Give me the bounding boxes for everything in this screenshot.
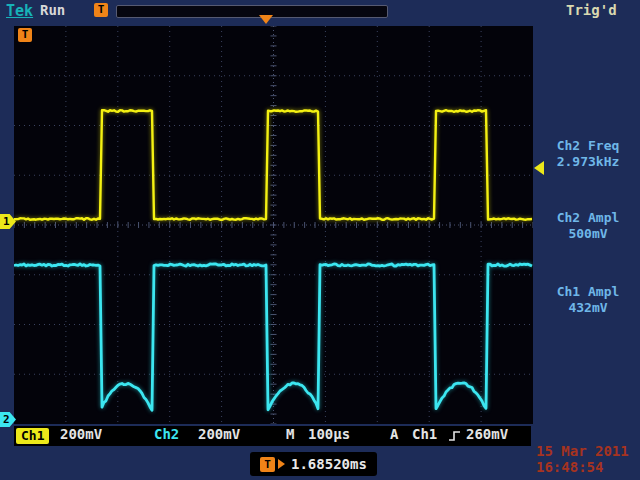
measurement-label: Ch1 Ampl: [538, 284, 638, 300]
rising-edge-icon: [448, 429, 461, 449]
ch1-scale-badge: Ch1: [16, 428, 49, 444]
oscilloscope-screen: Tek Run T Trig'd T 1 2 Ch2 Freq 2.973kHz…: [0, 0, 640, 480]
horizontal-position-readout: T 1.68520ms: [250, 452, 377, 476]
timebase-value: 100µs: [308, 426, 350, 446]
trigger-level-value: 260mV: [466, 426, 508, 446]
run-status: Run: [40, 2, 65, 18]
measurement-readout: Ch2 Ampl 500mV: [538, 210, 638, 242]
measurement-label: Ch2 Freq: [538, 138, 638, 154]
trigger-status: Trig'd: [566, 2, 617, 18]
acquisition-record-bar: [116, 5, 388, 18]
date-text: 15 Mar 2011: [536, 443, 629, 459]
graticule: [14, 26, 533, 424]
ch2-scale-value: 200mV: [198, 426, 240, 446]
trigger-source-label: A: [390, 426, 398, 446]
trigger-marker-badge: T: [94, 3, 108, 17]
trigger-source-value: Ch1: [412, 426, 437, 446]
measurement-label: Ch2 Ampl: [538, 210, 638, 226]
measurement-value: 2.973kHz: [538, 154, 638, 170]
time-text: 16:48:54: [536, 459, 629, 475]
measurement-readout: Ch1 Ampl 432mV: [538, 284, 638, 316]
datetime: 15 Mar 2011 16:48:54: [536, 443, 629, 475]
grid: [14, 26, 533, 424]
ch2-scale-label: Ch2: [154, 426, 179, 446]
ch2-trace: [14, 264, 532, 410]
horizontal-position-value: 1.68520ms: [291, 456, 367, 472]
trigger-t-marker: T: [18, 28, 32, 42]
measurement-readout: Ch2 Freq 2.973kHz: [538, 138, 638, 170]
status-bar: Ch1 200mV Ch2 200mV M 100µs A Ch1 260mV: [14, 426, 531, 446]
timebase-label: M: [286, 426, 294, 446]
waveform-display: [14, 26, 533, 424]
brand-logo: Tek: [6, 2, 33, 20]
measurement-value: 432mV: [538, 300, 638, 316]
horizontal-position-arrow-icon: [278, 459, 285, 469]
trigger-position-arrow-icon: [259, 15, 273, 24]
ch1-scale-value: 200mV: [60, 426, 102, 446]
horizontal-position-marker: T: [260, 457, 275, 472]
measurement-value: 500mV: [538, 226, 638, 242]
